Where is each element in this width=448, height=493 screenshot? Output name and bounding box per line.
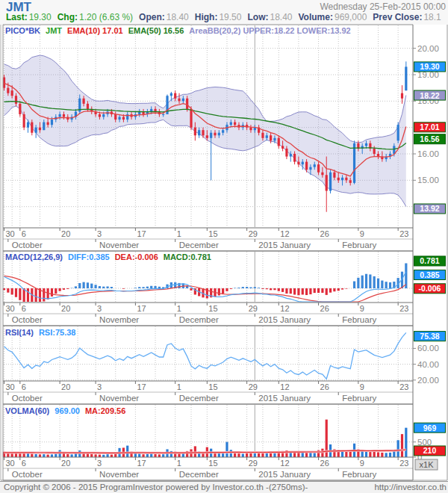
svg-text:30: 30 — [6, 229, 15, 238]
svg-text:17: 17 — [137, 229, 146, 238]
svg-text:February: February — [342, 315, 376, 324]
legend-item: 969.00 — [55, 406, 80, 415]
svg-text:December: December — [179, 241, 219, 249]
svg-text:17: 17 — [137, 382, 146, 391]
svg-text:6: 6 — [22, 382, 26, 391]
legend-item: MA:209.56 — [85, 406, 125, 415]
svg-text:3: 3 — [97, 459, 102, 468]
legend-item: DIFF:0.385 — [68, 252, 110, 261]
svg-text:November: November — [99, 241, 139, 249]
svg-text:2015 January: 2015 January — [258, 315, 311, 324]
svg-text:-0.006: -0.006 — [419, 284, 441, 293]
volume-panel-legend: VOLMA(60)969.00MA:209.56 — [5, 406, 131, 415]
svg-text:x1K: x1K — [420, 460, 435, 469]
svg-text:23: 23 — [399, 459, 408, 468]
svg-text:December: December — [179, 394, 219, 403]
svg-text:23: 23 — [399, 304, 408, 313]
svg-text:2015 January: 2015 January — [258, 394, 311, 403]
svg-text:February: February — [342, 394, 376, 403]
svg-text:16.00: 16.00 — [417, 149, 439, 158]
legend-item: DEA:-0.006 — [115, 252, 158, 261]
svg-text:October: October — [12, 394, 43, 403]
svg-text:15: 15 — [208, 304, 217, 313]
svg-text:210: 210 — [423, 446, 437, 455]
svg-text:October: October — [12, 315, 43, 324]
price-panel-legend: PICO*BKJMTEMA(10) 17.01EMA(50) 16.56Area… — [5, 26, 356, 35]
svg-text:15: 15 — [208, 459, 217, 468]
rsi-axis-badge: 75.38 — [414, 332, 446, 341]
legend-item: MACD:0.781 — [164, 252, 211, 261]
price-axis-badge: 16.56 — [414, 134, 446, 144]
svg-text:November: November — [99, 394, 139, 403]
svg-text:15: 15 — [208, 382, 217, 391]
price-axis-badge: 18.22 — [414, 90, 446, 100]
svg-text:26: 26 — [320, 304, 329, 313]
svg-text:October: October — [12, 241, 43, 249]
svg-text:12: 12 — [280, 229, 289, 238]
svg-text:30: 30 — [6, 459, 15, 468]
svg-text:15.00: 15.00 — [417, 176, 439, 185]
svg-text:0.781: 0.781 — [420, 256, 439, 265]
legend-item: RSI:75.38 — [39, 328, 76, 337]
svg-text:October: October — [12, 470, 43, 479]
svg-text:February: February — [342, 241, 376, 249]
svg-text:December: December — [179, 315, 219, 324]
svg-text:969: 969 — [423, 424, 437, 432]
svg-text:November: November — [99, 315, 139, 324]
svg-text:12: 12 — [280, 459, 289, 468]
svg-text:17: 17 — [137, 304, 146, 313]
vendor-url: http://investor.co.th — [374, 483, 447, 492]
svg-text:29: 29 — [249, 229, 258, 238]
legend-item: RSI(14) — [5, 328, 34, 337]
legend-item: EMA(10) 17.01 — [67, 26, 123, 35]
svg-text:18.22: 18.22 — [420, 91, 439, 100]
svg-text:20.00: 20.00 — [417, 44, 439, 53]
svg-text:20: 20 — [61, 382, 70, 391]
svg-text:1: 1 — [177, 382, 181, 391]
price-axis-badge: 19.30 — [414, 62, 446, 72]
svg-text:29: 29 — [249, 382, 258, 391]
svg-text:9: 9 — [360, 304, 364, 313]
svg-text:20: 20 — [61, 459, 70, 468]
svg-text:60.00: 60.00 — [417, 344, 439, 353]
volume-unit-badge: x1K — [415, 459, 438, 470]
svg-text:17.01: 17.01 — [420, 123, 439, 131]
svg-text:30: 30 — [6, 304, 15, 313]
volume-axis-badge: 210 — [414, 446, 446, 456]
svg-text:1: 1 — [177, 459, 181, 468]
price-axis-badge: 17.01 — [414, 123, 446, 132]
svg-text:40.00: 40.00 — [417, 360, 439, 369]
svg-text:26: 26 — [320, 459, 329, 468]
svg-text:12: 12 — [280, 304, 289, 313]
svg-text:500: 500 — [417, 438, 432, 447]
svg-text:29: 29 — [249, 304, 258, 313]
copyright-text: Copyright © 2006 - 2015 ProgramInvestor … — [4, 483, 308, 492]
svg-text:1: 1 — [177, 229, 181, 238]
svg-text:0.385: 0.385 — [420, 270, 439, 279]
macd-axis-badge: 0.781 — [414, 256, 446, 266]
svg-text:15: 15 — [208, 229, 217, 238]
svg-text:December: December — [179, 470, 219, 479]
legend-item: JMT — [46, 26, 62, 35]
svg-text:6: 6 — [22, 304, 26, 313]
svg-text:2015 January: 2015 January — [258, 470, 311, 479]
rsi-panel-legend: RSI(14)RSI:75.38 — [5, 328, 81, 337]
svg-text:9: 9 — [360, 459, 364, 468]
svg-text:6: 6 — [22, 459, 26, 468]
svg-text:12: 12 — [280, 382, 289, 391]
svg-text:1: 1 — [177, 304, 181, 313]
svg-text:23: 23 — [399, 229, 408, 238]
svg-text:16.56: 16.56 — [420, 134, 439, 143]
svg-text:19.30: 19.30 — [420, 62, 439, 71]
status-bar: Copyright © 2006 - 2015 ProgramInvestor … — [0, 481, 448, 493]
chart-canvas[interactable]: 30620317115291226923OctoberNovemberDecem… — [0, 0, 448, 493]
svg-text:9: 9 — [360, 382, 364, 391]
svg-text:17: 17 — [137, 459, 146, 468]
legend-item: VOLMA(60) — [5, 406, 49, 415]
macd-axis-badge: -0.006 — [414, 284, 446, 294]
svg-text:February: February — [342, 470, 376, 479]
svg-text:2015 January: 2015 January — [258, 241, 311, 249]
svg-text:November: November — [99, 470, 139, 479]
svg-text:6: 6 — [22, 229, 26, 238]
macd-axis-badge: 0.385 — [414, 270, 446, 279]
